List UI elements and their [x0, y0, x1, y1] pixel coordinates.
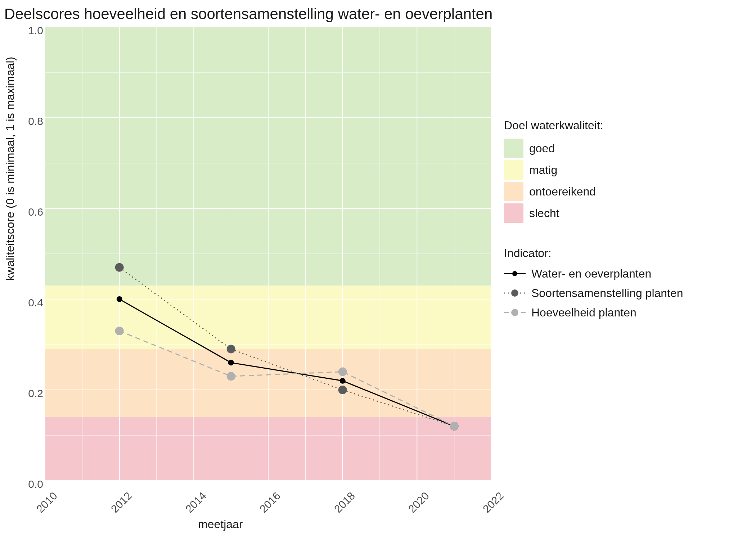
legend-band-goed: goed: [504, 139, 738, 158]
svg-point-30: [228, 360, 234, 365]
y-tick: 0.4: [25, 297, 43, 309]
band-swatch-icon: [504, 182, 523, 201]
y-tick: 0.6: [25, 206, 43, 218]
legend-label: Soortensamenstelling planten: [531, 287, 683, 300]
legend-label: ontoereikend: [529, 185, 596, 198]
svg-point-44: [511, 289, 518, 297]
svg-point-29: [117, 296, 122, 302]
legend-series-1: Soortensamenstelling planten: [504, 286, 738, 300]
legend-label: Water- en oeverplanten: [531, 267, 651, 280]
x-tick: 2018: [332, 490, 357, 515]
x-tick: 2022: [481, 490, 506, 515]
y-tick: 0.2: [25, 387, 43, 400]
legend-label: slecht: [529, 207, 559, 220]
svg-point-42: [512, 271, 517, 276]
plot-area: [45, 27, 491, 481]
svg-point-40: [450, 422, 459, 431]
svg-point-38: [227, 372, 235, 381]
line-swatch-icon: [504, 288, 526, 298]
legend-series-2: Hoeveelheid planten: [504, 305, 738, 320]
legend-band-matig: matig: [504, 160, 738, 180]
svg-point-35: [338, 386, 347, 394]
plot-svg: [45, 27, 491, 481]
svg-point-31: [340, 378, 346, 384]
x-tick: 2014: [183, 490, 209, 515]
legend-series-0: Water- en oeverplanten: [504, 266, 738, 281]
svg-point-33: [115, 263, 124, 272]
x-axis-label: meetjaar: [198, 518, 243, 531]
legend-label: goed: [529, 142, 555, 155]
line-swatch-icon: [504, 268, 526, 279]
chart-legend: Doel waterkwaliteit: goed matig ontoerei…: [504, 119, 738, 325]
svg-point-39: [338, 368, 347, 376]
legend-label: Hoeveelheid planten: [531, 306, 636, 319]
x-tick: 2016: [257, 490, 283, 515]
x-tick: 2010: [34, 490, 60, 515]
svg-point-34: [227, 345, 235, 354]
y-axis-label: kwaliteitscore (0 is minimaal, 1 is maxi…: [4, 57, 17, 281]
y-tick: 0.0: [25, 478, 43, 490]
chart-title: Deelscores hoeveelheid en soortensamenst…: [0, 5, 497, 23]
band-swatch-icon: [504, 139, 523, 158]
x-tick: 2020: [406, 490, 432, 515]
band-swatch-icon: [504, 160, 523, 180]
legend-series-title: Indicator:: [504, 247, 738, 260]
svg-point-46: [511, 309, 518, 316]
svg-point-37: [115, 327, 124, 335]
band-swatch-icon: [504, 203, 523, 223]
line-swatch-icon: [504, 307, 526, 318]
chart-container: Deelscores hoeveelheid en soortensamenst…: [0, 0, 756, 540]
legend-band-ontoereikend: ontoereikend: [504, 182, 738, 201]
y-tick: 1.0: [25, 24, 43, 37]
legend-bands-title: Doel waterkwaliteit:: [504, 119, 738, 132]
legend-label: matig: [529, 163, 557, 177]
x-tick: 2012: [109, 490, 134, 515]
y-tick: 0.8: [25, 115, 43, 127]
legend-band-slecht: slecht: [504, 203, 738, 223]
